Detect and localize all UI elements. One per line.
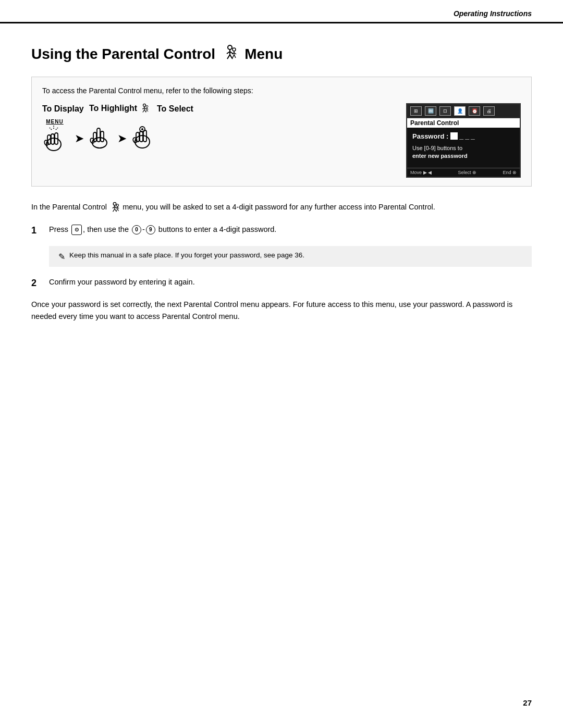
tv-icon-6: 🖨 bbox=[483, 106, 495, 116]
arrow-1-icon: ➤ bbox=[75, 132, 84, 145]
header-title: Operating Instructions bbox=[454, 9, 532, 18]
tv-instruction: Use [0-9] buttons to enter new password bbox=[412, 144, 515, 161]
svg-point-43 bbox=[141, 128, 143, 130]
tv-title: Parental Control bbox=[410, 119, 459, 127]
tv-pwd-box-1 bbox=[450, 132, 458, 140]
note-text: Keep this manual in a safe place. If you… bbox=[69, 251, 304, 259]
svg-line-23 bbox=[147, 110, 148, 112]
tv-pwd-dash-3: _ bbox=[471, 132, 475, 140]
tv-top-icons: ⊞ 🔤 ⊡ 👤 ⏰ 🖨 bbox=[407, 104, 520, 118]
main-content: Using the Parental Control bbox=[0, 23, 563, 364]
tv-body: Password : _ _ _ Use [0-9] buttons to en… bbox=[407, 128, 520, 168]
label-select: To Select bbox=[157, 104, 193, 113]
page: Operating Instructions Using the Parenta… bbox=[0, 0, 563, 728]
zero-button-icon: 0 bbox=[132, 225, 141, 235]
arrow-2-icon: ➤ bbox=[117, 132, 127, 145]
svg-line-11 bbox=[234, 55, 236, 58]
svg-point-35 bbox=[92, 138, 107, 148]
tv-password-boxes: _ _ _ bbox=[450, 132, 474, 140]
instruction-intro: To access the Parental Control menu, ref… bbox=[42, 87, 521, 95]
step-2: 2 Confirm your password by entering it a… bbox=[31, 276, 532, 290]
tv-icon-5: ⏰ bbox=[469, 106, 480, 116]
label-display-col: To Display bbox=[42, 104, 89, 114]
hand-select-icon bbox=[131, 122, 156, 151]
tv-password-row: Password : _ _ _ bbox=[412, 132, 515, 140]
svg-rect-33 bbox=[101, 131, 104, 142]
step-1-number: 1 bbox=[31, 224, 42, 238]
select-button-icon: ⊙ bbox=[71, 225, 82, 235]
closing-text: Once your password is set correctly, the… bbox=[31, 299, 532, 323]
svg-rect-25 bbox=[51, 134, 54, 144]
body-parental-icon bbox=[109, 202, 120, 213]
title-prefix: Using the Parental Control bbox=[31, 46, 215, 63]
parental-control-icon bbox=[222, 44, 238, 64]
label-display: To Display bbox=[42, 104, 84, 113]
tv-bottom-bar: Move ▶ ◀ Select ⊕ End ⊗ bbox=[407, 168, 520, 177]
nine-button-icon: 9 bbox=[146, 225, 155, 235]
tv-icon-4-selected: 👤 bbox=[454, 106, 466, 116]
tv-bottom-move: Move ▶ ◀ bbox=[410, 170, 432, 175]
svg-line-55 bbox=[118, 209, 119, 211]
tv-icon-1: ⊞ bbox=[410, 106, 422, 116]
hand-highlight-icon bbox=[88, 122, 113, 151]
page-number: 27 bbox=[523, 698, 532, 707]
svg-rect-32 bbox=[97, 128, 100, 142]
step-1: 1 Press ⊙, then use the 0-9 buttons to e… bbox=[31, 224, 532, 238]
step-2-number: 2 bbox=[31, 276, 42, 290]
menu-label: MENU bbox=[46, 119, 63, 125]
tv-title-bar: Parental Control bbox=[407, 118, 520, 128]
tv-instruction-line2: enter new password bbox=[412, 153, 468, 159]
label-highlight-col: To Highlight bbox=[89, 103, 157, 114]
body-intro-text: In the Parental Control menu, you will b… bbox=[31, 201, 532, 213]
tv-bottom-select: Select ⊕ bbox=[458, 170, 476, 175]
svg-line-17 bbox=[144, 110, 146, 113]
svg-line-30 bbox=[50, 128, 52, 130]
hand-select-step bbox=[131, 122, 156, 151]
tv-password-label: Password : bbox=[412, 132, 448, 140]
label-highlight: To Highlight bbox=[89, 104, 137, 113]
demo-steps: To Display To Highlight bbox=[42, 103, 406, 153]
tv-icon-2: 🔤 bbox=[425, 106, 436, 116]
svg-line-31 bbox=[56, 128, 58, 130]
header: Operating Instructions bbox=[0, 0, 563, 23]
tv-pwd-dash-2: _ bbox=[465, 132, 469, 140]
svg-point-12 bbox=[143, 104, 146, 106]
label-row: To Display To Highlight bbox=[42, 103, 230, 114]
note-icon: ✎ bbox=[58, 252, 65, 262]
svg-line-48 bbox=[113, 209, 115, 212]
page-title: Using the Parental Control bbox=[31, 44, 532, 64]
svg-point-18 bbox=[146, 105, 148, 107]
svg-rect-38 bbox=[140, 131, 143, 142]
svg-point-44 bbox=[113, 202, 116, 205]
menu-step: MENU bbox=[42, 119, 67, 153]
demo-icons-wrapper: MENU bbox=[42, 119, 156, 153]
svg-line-16 bbox=[143, 110, 144, 113]
hand-press-menu-icon bbox=[42, 125, 67, 153]
tv-bottom-end: End ⊗ bbox=[503, 170, 517, 175]
svg-point-50 bbox=[117, 204, 119, 206]
svg-line-5 bbox=[230, 55, 232, 59]
label-select-col: To Select bbox=[157, 104, 204, 114]
svg-line-22 bbox=[146, 110, 147, 112]
step-1-content: Press ⊙, then use the 0-9 buttons to ent… bbox=[49, 224, 532, 236]
svg-line-10 bbox=[232, 55, 234, 58]
step-2-content: Confirm your password by entering it aga… bbox=[49, 276, 532, 288]
tv-pwd-dash-1: _ bbox=[459, 132, 463, 140]
instruction-box: To access the Parental Control menu, ref… bbox=[31, 77, 532, 187]
svg-line-54 bbox=[117, 209, 118, 211]
demo-area: To Display To Highlight bbox=[42, 103, 521, 178]
tv-icon-3: ⊡ bbox=[439, 106, 451, 116]
highlight-child-icon bbox=[139, 103, 150, 114]
hand-highlight-step bbox=[88, 122, 113, 151]
note-box: ✎ Keep this manual in a safe place. If y… bbox=[49, 246, 532, 267]
svg-line-4 bbox=[227, 55, 230, 59]
svg-point-0 bbox=[228, 45, 232, 50]
svg-point-6 bbox=[232, 48, 236, 51]
svg-line-49 bbox=[115, 209, 116, 212]
tv-instruction-line1: Use [0-9] buttons to bbox=[412, 145, 462, 151]
tv-screen: ⊞ 🔤 ⊡ 👤 ⏰ 🖨 Parental Control Pas bbox=[406, 103, 521, 178]
title-suffix: Menu bbox=[244, 46, 283, 63]
